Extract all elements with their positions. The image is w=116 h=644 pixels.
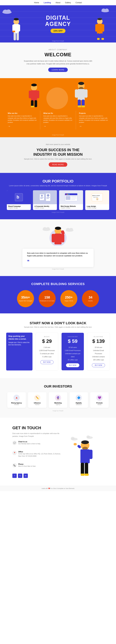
investor-icon-2: 🔮 xyxy=(55,395,61,401)
contact-phone-title: Phone xyxy=(18,463,36,465)
investor-name-3: Digitally xyxy=(76,402,82,404)
svg-rect-98 xyxy=(85,474,89,476)
investor-name-4: Promote xyxy=(96,402,103,404)
social-twitter[interactable]: 𝕏 xyxy=(18,474,22,478)
hero-title: DIGITALAGENCY xyxy=(45,15,71,27)
investors-section: OUR INVESTORS 🔺 Rising Agency Investor ✏… xyxy=(0,378,116,418)
investors-freepik: Image by Freepik xyxy=(5,410,111,412)
portfolio-card-4-body: Logo design Graphic Design xyxy=(85,204,109,210)
portfolio-card-1[interactable]: b Brand Campaign Graphic Design xyxy=(7,190,31,210)
nav-about[interactable]: About xyxy=(56,2,60,4)
plan-advanced-label: ADVANCED xyxy=(64,336,82,338)
stat-sqft-label: Square feet managed xyxy=(19,300,32,302)
plan-advanced-cta[interactable]: BUY NOW xyxy=(66,363,79,367)
svg-rect-96 xyxy=(85,463,88,475)
hero-badge: 15% OFF xyxy=(51,29,65,33)
testimonial-box: Duis aute irure dolor in reprehenderit i… xyxy=(22,249,94,267)
stat-clients: 250+ Happy Clients xyxy=(60,290,77,307)
stat-sqft: 35m+ Square feet managed xyxy=(17,290,34,307)
col-who-arrow[interactable]: → xyxy=(8,125,37,128)
contact-item-chat: 💬 Chart to us Our friendly team is here … xyxy=(12,441,63,448)
svg-rect-23 xyxy=(95,24,98,32)
testimonial-quote: Duis aute irure dolor in reprehenderit i… xyxy=(27,252,89,257)
mission-cta-button[interactable]: READ MORE xyxy=(49,162,67,167)
investor-sub-3: Solutions xyxy=(76,404,82,405)
pricing-cards: BASIC $ 29 1 full user 1,000 Email Proce… xyxy=(36,332,110,370)
svg-point-60 xyxy=(67,194,68,195)
stat-clients-number: 250+ xyxy=(65,296,73,300)
investor-name-1: Influence xyxy=(34,402,41,404)
social-linkedin[interactable]: in xyxy=(23,474,28,478)
svg-rect-55 xyxy=(47,197,50,198)
contact-right xyxy=(70,426,104,478)
pricing-left-box: Stop pushing your clients into a corner.… xyxy=(6,332,32,370)
stat-awards: 34 Awards. xyxy=(82,290,99,307)
contact-item-office: 📍 Office Come say hello at our office HQ… xyxy=(12,451,63,460)
svg-point-59 xyxy=(66,194,67,195)
portfolio-card-3[interactable]: Web Design Website Graphic Design xyxy=(59,190,83,210)
svg-rect-40 xyxy=(78,89,85,100)
contact-office-title: Office xyxy=(18,451,63,453)
portfolio-card-2-tag: Graphic Design xyxy=(34,207,55,209)
portfolio-heading: OUR PORTFOLIO xyxy=(5,179,111,184)
testimonial-section: Duis aute irure dolor in reprehenderit i… xyxy=(0,219,116,276)
plan-basic-price: $ 29 xyxy=(38,338,56,344)
stat-awards-label: Awards. xyxy=(88,300,93,302)
contact-office-body: Come say hello at our office HQ. 121 Roc… xyxy=(18,453,63,457)
plan-elasting-cta[interactable]: BUY NOW xyxy=(92,363,105,367)
svg-rect-56 xyxy=(47,198,49,199)
svg-rect-25 xyxy=(97,33,100,41)
svg-rect-26 xyxy=(100,33,102,41)
svg-rect-95 xyxy=(81,463,84,475)
investor-icon-0: 🔺 xyxy=(13,395,20,401)
plan-elasting-features: 20 full user Unlimited Email Processes U… xyxy=(90,346,107,362)
nav-home[interactable]: Home xyxy=(34,2,39,4)
testimonial-person xyxy=(49,226,67,246)
svg-point-39 xyxy=(78,82,84,85)
svg-rect-92 xyxy=(77,444,82,449)
svg-rect-35 xyxy=(34,100,37,107)
nav-gallery[interactable]: Gallery xyxy=(65,2,71,4)
stat-clients-label: Happy Clients xyxy=(65,300,73,302)
svg-rect-15 xyxy=(14,32,16,40)
svg-text:BEAU-JOUR: BEAU-JOUR xyxy=(92,195,100,196)
portfolio-card-4-img: BEAU-JOUR BISTRO ☕ xyxy=(85,190,109,204)
svg-rect-45 xyxy=(78,106,81,107)
about-cta-button[interactable]: LEARN MORE xyxy=(48,68,68,72)
plan-basic-cta[interactable]: BUY NOW xyxy=(40,360,54,364)
investor-sub-0: Investor xyxy=(14,404,19,405)
svg-rect-80 xyxy=(54,234,62,244)
hero-freepik-label: Image from Freepik xyxy=(52,40,64,42)
social-row: f 𝕏 in xyxy=(12,474,63,478)
portfolio-card-2[interactable]: A Corporate Identity Graphic Design xyxy=(33,190,57,210)
svg-text:BISTRO: BISTRO xyxy=(93,197,98,198)
social-facebook[interactable]: f xyxy=(12,474,17,478)
svg-rect-91 xyxy=(80,450,90,463)
pricing-left-body: Sample text. Click to select the text Se… xyxy=(8,341,30,346)
portfolio-freepik: Images from Freepik xyxy=(5,212,111,213)
nav-contact[interactable]: Contact xyxy=(76,2,82,4)
contact-person-figure xyxy=(70,434,94,478)
svg-point-54 xyxy=(47,194,49,197)
stat-employees: 158 Employees on our team xyxy=(39,290,56,307)
nav-landing[interactable]: Landing xyxy=(44,2,51,4)
col-what-body: Duis aute irure dolor in reprehenderit i… xyxy=(43,115,73,124)
col-projects: Projects Duis aute irure dolor in repreh… xyxy=(76,111,111,130)
col-who-body: Duis aute irure dolor in reprehenderit i… xyxy=(8,115,37,124)
investor-card-4: 💜 Promote Media xyxy=(90,392,109,408)
pricing-section: START NOW & DON'T LOOK BACK Sample text.… xyxy=(0,314,116,378)
portfolio-card-4[interactable]: BEAU-JOUR BISTRO ☕ Logo design Graphic D… xyxy=(85,190,109,210)
col-proj-arrow[interactable]: → xyxy=(79,125,108,128)
footer: made with ❤️ for a free UI template on S… xyxy=(0,486,116,491)
portfolio-card-1-title: Brand Campaign xyxy=(8,206,29,207)
svg-point-85 xyxy=(71,437,75,440)
col-what-title: What we Do xyxy=(43,112,73,114)
investor-sub-1: Partner xyxy=(35,404,40,405)
three-cols-inner: Who we Are Duis aute irure dolor in repr… xyxy=(5,111,111,130)
portfolio-card-2-body: A Corporate Identity Graphic Design xyxy=(33,204,57,210)
col-what-arrow[interactable]: → xyxy=(43,125,73,128)
investor-card-1: ✏️ Influence Partner xyxy=(28,392,47,408)
testimonial-cloud-right xyxy=(42,226,51,231)
contact-section: GET IN TOUCH Duis aute irure dolor in re… xyxy=(0,418,116,486)
portfolio-section: OUR PORTFOLIO Lorem ipsum dolor sit amet… xyxy=(0,173,116,219)
